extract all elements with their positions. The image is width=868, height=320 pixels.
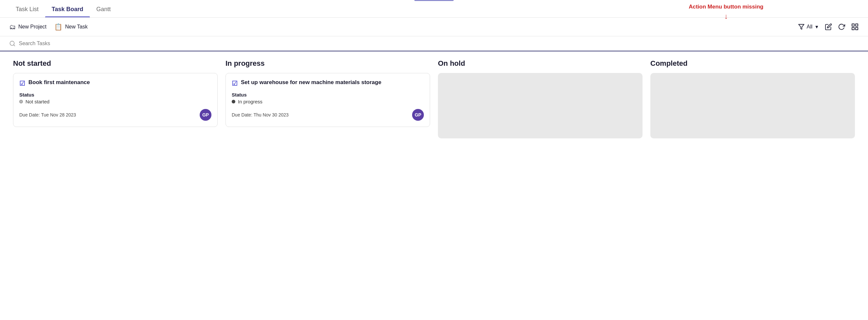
- svg-rect-4: [856, 28, 858, 30]
- column-on-hold-header: On hold: [434, 59, 646, 73]
- task-card: ☑ Set up warehouse for new machine mater…: [225, 73, 430, 127]
- tab-gantt[interactable]: Gantt: [90, 0, 117, 17]
- column-not-started-header: Not started: [9, 59, 222, 73]
- due-date: Due Date: Tue Nov 28 2023: [19, 112, 76, 117]
- new-project-icon: 🗂: [9, 23, 16, 31]
- column-not-started: Not started ☑ Book first maintenance Sta…: [9, 59, 222, 132]
- search-bar: [0, 36, 868, 51]
- edit-button[interactable]: [825, 23, 832, 30]
- column-in-progress: In progress ☑ Set up warehouse for new m…: [222, 59, 434, 132]
- task-board: Not started ☑ Book first maintenance Sta…: [0, 51, 868, 146]
- tab-task-board[interactable]: Task Board: [45, 0, 90, 17]
- avatar: GP: [200, 109, 212, 121]
- filter-icon: [798, 24, 805, 30]
- task-title: Book first maintenance: [28, 79, 90, 86]
- chevron-down-icon: ▼: [814, 24, 819, 29]
- refresh-button[interactable]: [838, 23, 845, 30]
- search-icon: [9, 40, 16, 47]
- filter-label: All: [807, 24, 812, 30]
- status-dot: [232, 100, 235, 104]
- column-on-hold-empty: [438, 73, 643, 138]
- status-dot: [19, 100, 23, 104]
- tab-task-list[interactable]: Task List: [9, 0, 45, 17]
- avatar: GP: [412, 109, 424, 121]
- svg-rect-3: [852, 28, 854, 30]
- new-task-icon: 📋: [54, 23, 62, 31]
- edit-icon: [825, 23, 832, 30]
- new-project-button[interactable]: 🗂 New Project: [9, 23, 46, 31]
- grid-settings-button[interactable]: [851, 23, 859, 31]
- toolbar: 🗂 New Project 📋 New Task All ▼: [0, 18, 868, 36]
- column-completed: Completed: [646, 59, 859, 138]
- status-label: Status: [19, 92, 212, 97]
- svg-rect-2: [856, 24, 858, 26]
- new-project-label: New Project: [18, 24, 46, 30]
- svg-line-6: [14, 45, 15, 46]
- grid-settings-icon: [851, 23, 859, 31]
- new-task-label: New Task: [65, 24, 88, 30]
- status-value: Not started: [26, 99, 49, 105]
- svg-marker-0: [799, 25, 804, 29]
- filter-button[interactable]: All ▼: [798, 24, 819, 30]
- svg-rect-1: [852, 24, 854, 26]
- toolbar-right: All ▼: [798, 23, 859, 31]
- task-checkbox-icon: ☑: [19, 80, 25, 87]
- due-date: Due Date: Thu Nov 30 2023: [232, 112, 288, 117]
- status-value: In progress: [238, 99, 262, 105]
- search-input[interactable]: [19, 40, 859, 47]
- column-completed-empty: [650, 73, 855, 138]
- refresh-icon: [838, 23, 845, 30]
- column-in-progress-header: In progress: [222, 59, 434, 73]
- new-task-button[interactable]: 📋 New Task: [54, 23, 88, 31]
- task-card: ☑ Book first maintenance Status Not star…: [13, 73, 218, 127]
- tab-navigation: Task List Task Board Gantt: [0, 0, 868, 18]
- status-label: Status: [232, 92, 424, 97]
- column-on-hold: On hold: [434, 59, 646, 138]
- task-checkbox-icon: ☑: [232, 80, 238, 87]
- column-completed-header: Completed: [646, 59, 859, 73]
- task-title: Set up warehouse for new machine materia…: [241, 79, 381, 86]
